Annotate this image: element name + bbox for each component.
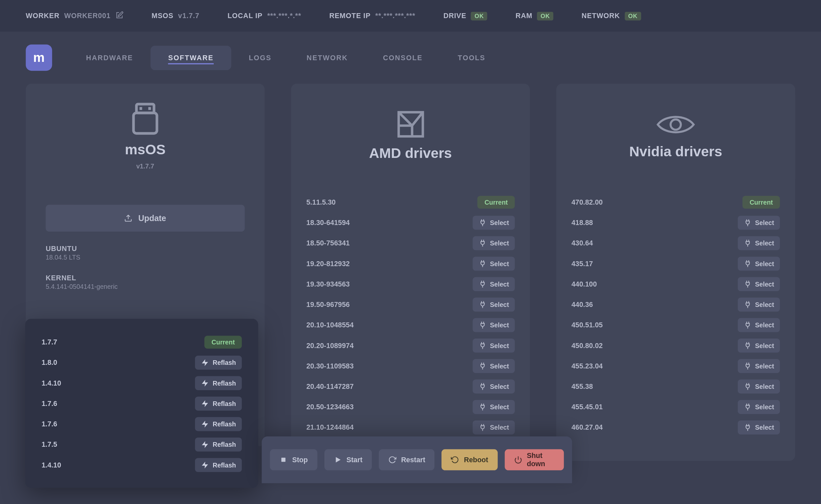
start-button[interactable]: Start [324, 449, 372, 470]
svg-marker-11 [202, 441, 208, 448]
select-label: Select [755, 403, 774, 410]
select-label: Select [755, 301, 774, 308]
driver-row: 450.80.02Select [571, 335, 780, 356]
select-label: Select [490, 321, 509, 328]
select-button[interactable]: Select [472, 257, 515, 271]
logo-tile[interactable]: m [26, 44, 52, 71]
select-button[interactable]: Select [738, 236, 780, 250]
select-label: Select [755, 424, 774, 431]
reboot-icon [451, 456, 459, 464]
tab-logs[interactable]: LOGS [231, 45, 289, 70]
driver-version: 18.50-756341 [306, 239, 350, 247]
popover-version: 1.8.0 [41, 358, 57, 366]
select-button[interactable]: Select [472, 236, 515, 250]
select-button[interactable]: Select [738, 257, 780, 271]
select-button[interactable]: Select [738, 297, 780, 312]
popover-version: 1.7.5 [41, 440, 57, 448]
action-bar: Stop Start Restart Reboot Shut down [262, 436, 572, 483]
svg-rect-13 [281, 458, 285, 462]
driver-row: 18.30-641594Select [306, 212, 515, 233]
select-label: Select [755, 219, 774, 226]
driver-version: 19.20-812932 [306, 260, 350, 268]
network-group: NETWORK OK [581, 12, 641, 20]
amd-driver-list[interactable]: 5.11.5.30Current18.30-641594Select18.50-… [291, 186, 530, 445]
reflash-label: Reflash [213, 400, 236, 407]
tab-console[interactable]: CONSOLE [366, 45, 440, 70]
version-popover: 1.7.7Current1.8.0Reflash1.4.10Reflash1.7… [25, 319, 258, 488]
select-label: Select [490, 281, 509, 288]
tab-software[interactable]: SOFTWARE [150, 45, 231, 70]
driver-version: 455.38 [571, 382, 593, 391]
select-button[interactable]: Select [472, 318, 515, 332]
select-button[interactable]: Select [738, 339, 780, 353]
plug-icon [478, 423, 486, 431]
remoteip-value: **.***.***.*** [375, 12, 416, 20]
driver-version: 20.40-1147287 [306, 382, 354, 391]
top-info-bar: WORKER WORKER001 MSOS v1.7.7 LOCAL IP **… [0, 0, 821, 32]
network-badge: OK [625, 12, 641, 20]
power-icon [514, 456, 522, 464]
select-label: Select [755, 321, 774, 328]
edit-icon[interactable] [115, 11, 123, 21]
svg-marker-9 [202, 400, 208, 407]
select-button[interactable]: Select [738, 277, 780, 291]
bolt-icon [201, 440, 209, 448]
bolt-icon [201, 420, 209, 428]
reflash-button[interactable]: Reflash [195, 396, 242, 411]
kernel-label: KERNEL [46, 274, 245, 282]
ram-badge: OK [537, 12, 553, 20]
bolt-icon [201, 379, 209, 387]
driver-row: 20.30-1109583Select [306, 356, 515, 376]
reboot-button[interactable]: Reboot [442, 449, 497, 470]
driver-row: 450.51.05Select [571, 315, 780, 335]
kernel-value: 5.4.141-0504141-generic [46, 283, 245, 290]
tab-hardware[interactable]: HARDWARE [68, 45, 150, 70]
plug-icon [478, 260, 486, 268]
select-button[interactable]: Select [738, 215, 780, 230]
plug-icon [743, 239, 752, 247]
select-button[interactable]: Select [472, 215, 515, 230]
select-button[interactable]: Select [738, 359, 780, 373]
select-button[interactable]: Select [472, 297, 515, 312]
reflash-button[interactable]: Reflash [195, 376, 242, 390]
reflash-button[interactable]: Reflash [195, 437, 242, 451]
svg-marker-12 [202, 461, 208, 468]
driver-row: 430.64Select [571, 233, 780, 253]
nvidia-driver-list[interactable]: 470.82.00Current418.88Select430.64Select… [556, 186, 795, 445]
amd-title: AMD drivers [369, 145, 452, 162]
select-button[interactable]: Select [472, 277, 515, 291]
plug-icon [478, 300, 486, 309]
select-button[interactable]: Select [738, 400, 780, 414]
driver-row: 470.82.00Current [571, 192, 780, 212]
select-button[interactable]: Select [738, 420, 780, 434]
restart-label: Restart [401, 456, 425, 464]
nvidia-eye-icon [655, 110, 696, 138]
driver-version: 21.10-1244864 [306, 423, 354, 431]
select-button[interactable]: Select [472, 400, 515, 414]
select-button[interactable]: Select [738, 318, 780, 332]
reflash-button[interactable]: Reflash [195, 355, 242, 369]
current-badge: Current [743, 196, 780, 209]
tab-network[interactable]: NETWORK [289, 45, 366, 70]
select-button[interactable]: Select [738, 379, 780, 393]
reflash-button[interactable]: Reflash [195, 417, 242, 431]
stop-button[interactable]: Stop [270, 449, 317, 470]
select-button[interactable]: Select [472, 339, 515, 353]
msos-header: msOS v1.7.7 [26, 84, 265, 186]
update-button[interactable]: Update [46, 205, 245, 232]
tab-tools[interactable]: TOOLS [440, 45, 503, 70]
select-label: Select [490, 301, 509, 308]
restart-button[interactable]: Restart [379, 449, 435, 470]
popover-row: 1.4.10Reflash [41, 373, 242, 393]
nav-row: m HARDWARE SOFTWARE LOGS NETWORK CONSOLE… [0, 32, 821, 84]
select-button[interactable]: Select [472, 359, 515, 373]
plug-icon [743, 321, 752, 329]
shutdown-button[interactable]: Shut down [504, 449, 564, 470]
select-button[interactable]: Select [472, 420, 515, 434]
restart-icon [388, 456, 397, 464]
reflash-button[interactable]: Reflash [195, 458, 242, 472]
shutdown-label: Shut down [527, 452, 554, 468]
driver-row: 440.36Select [571, 294, 780, 315]
stop-icon [279, 456, 288, 464]
select-button[interactable]: Select [472, 379, 515, 393]
